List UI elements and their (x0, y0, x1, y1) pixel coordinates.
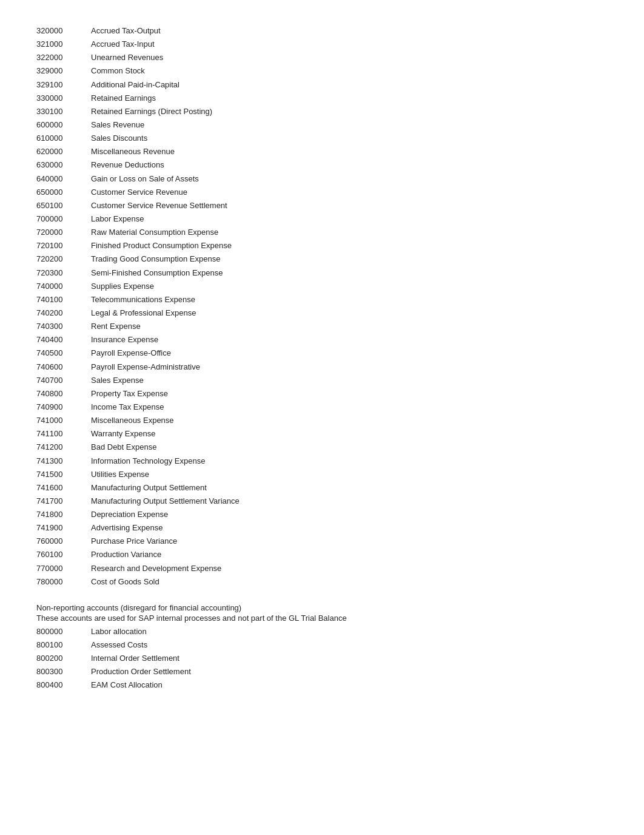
account-name: Accrued Tax-Output (91, 25, 161, 37)
account-row: 740500Payroll Expense-Office (36, 347, 608, 360)
account-name: Sales Discounts (91, 132, 147, 144)
account-code: 780000 (36, 576, 91, 588)
account-code: 800000 (36, 626, 91, 638)
account-row: 741300Information Technology Expense (36, 455, 608, 468)
non-reporting-account-row: 800100Assessed Costs (36, 638, 608, 652)
account-name: Telecommunications Expense (91, 294, 195, 306)
account-code: 630000 (36, 159, 91, 171)
account-name: Income Tax Expense (91, 401, 164, 413)
account-name: Revenue Deductions (91, 159, 164, 171)
account-name: Production Variance (91, 549, 161, 561)
account-row: 330000Retained Earnings (36, 92, 608, 105)
account-code: 741500 (36, 468, 91, 481)
account-code: 740500 (36, 347, 91, 359)
account-row: 741900Advertising Expense (36, 521, 608, 535)
account-row: 600000Sales Revenue (36, 118, 608, 132)
account-name: Assessed Costs (91, 639, 147, 651)
account-row: 741100Warranty Expense (36, 427, 608, 441)
non-reporting-note-2: These accounts are used for SAP internal… (36, 614, 608, 623)
account-row: 640000Gain or Loss on Sale of Assets (36, 172, 608, 186)
account-name: Manufacturing Output Settlement (91, 482, 207, 494)
account-name: Payroll Expense-Administrative (91, 361, 200, 373)
non-reporting-account-row: 800400EAM Cost Allocation (36, 678, 608, 692)
account-name: Retained Earnings (91, 92, 156, 104)
account-code: 741600 (36, 482, 91, 494)
account-code: 760100 (36, 549, 91, 561)
account-code: 720300 (36, 267, 91, 279)
account-name: Payroll Expense-Office (91, 347, 171, 359)
account-name: Rent Expense (91, 320, 141, 333)
account-name: Sales Revenue (91, 119, 144, 131)
account-code: 741800 (36, 509, 91, 521)
account-code: 329100 (36, 79, 91, 91)
account-row: 321000Accrued Tax-Input (36, 38, 608, 51)
account-name: Miscellaneous Revenue (91, 146, 175, 158)
account-row: 320000Accrued Tax-Output (36, 24, 608, 38)
account-name: Raw Material Consumption Expense (91, 226, 218, 238)
account-row: 760100Production Variance (36, 548, 608, 561)
account-name: Customer Service Revenue (91, 186, 187, 198)
account-row: 740400Insurance Expense (36, 333, 608, 347)
account-name: Gain or Loss on Sale of Assets (91, 173, 199, 185)
account-name: Bad Debt Expense (91, 441, 156, 453)
account-name: Finished Product Consumption Expense (91, 240, 232, 252)
account-code: 800400 (36, 679, 91, 691)
account-name: Property Tax Expense (91, 388, 168, 400)
account-row: 329100Additional Paid-in-Capital (36, 78, 608, 92)
account-name: Common Stock (91, 65, 145, 77)
non-reporting-account-row: 800000Labor allocation (36, 625, 608, 638)
account-code: 740000 (36, 280, 91, 292)
account-code: 321000 (36, 38, 91, 50)
account-name: Legal & Professional Expense (91, 307, 196, 319)
account-row: 610000Sales Discounts (36, 132, 608, 145)
account-code: 720200 (36, 253, 91, 265)
account-row: 720100Finished Product Consumption Expen… (36, 239, 608, 252)
account-row: 740000Supplies Expense (36, 280, 608, 293)
account-name: Unearned Revenues (91, 52, 163, 64)
account-name: Sales Expense (91, 374, 144, 387)
account-code: 740400 (36, 334, 91, 346)
account-row: 720000Raw Material Consumption Expense (36, 226, 608, 239)
account-row: 740100Telecommunications Expense (36, 293, 608, 306)
account-code: 770000 (36, 563, 91, 575)
account-name: Advertising Expense (91, 522, 163, 534)
account-name: Internal Order Settlement (91, 652, 179, 664)
account-code: 620000 (36, 146, 91, 158)
account-code: 610000 (36, 132, 91, 144)
account-row: 740900Income Tax Expense (36, 401, 608, 414)
account-code: 741000 (36, 414, 91, 427)
account-code: 740300 (36, 320, 91, 333)
account-code: 740900 (36, 401, 91, 413)
account-name: Utilities Expense (91, 468, 149, 481)
account-code: 720100 (36, 240, 91, 252)
account-code: 741100 (36, 428, 91, 440)
account-code: 740600 (36, 361, 91, 373)
account-code: 329000 (36, 65, 91, 77)
account-row: 741000Miscellaneous Expense (36, 414, 608, 427)
account-code: 720000 (36, 226, 91, 238)
account-code: 740800 (36, 388, 91, 400)
account-row: 740600Payroll Expense-Administrative (36, 360, 608, 374)
non-reporting-account-row: 800200Internal Order Settlement (36, 652, 608, 665)
account-name: Retained Earnings (Direct Posting) (91, 106, 212, 118)
account-name: Cost of Goods Sold (91, 576, 159, 588)
account-name: Additional Paid-in-Capital (91, 79, 179, 91)
account-row: 700000Labor Expense (36, 212, 608, 226)
account-code: 800100 (36, 639, 91, 651)
account-name: Semi-Finished Consumption Expense (91, 267, 223, 279)
account-code: 741900 (36, 522, 91, 534)
account-name: Trading Good Consumption Expense (91, 253, 220, 265)
account-row: 760000Purchase Price Variance (36, 535, 608, 548)
non-reporting-note-1: Non-reporting accounts (disregard for fi… (36, 603, 608, 612)
account-name: Labor Expense (91, 213, 144, 225)
account-row: 741800Depreciation Expense (36, 508, 608, 521)
account-code: 741700 (36, 495, 91, 507)
account-code: 322000 (36, 52, 91, 64)
account-code: 740200 (36, 307, 91, 319)
account-row: 650000Customer Service Revenue (36, 186, 608, 199)
account-row: 650100Customer Service Revenue Settlemen… (36, 199, 608, 212)
account-code: 741300 (36, 455, 91, 467)
account-name: Customer Service Revenue Settlement (91, 200, 227, 212)
account-name: EAM Cost Allocation (91, 679, 163, 691)
account-row: 741600Manufacturing Output Settlement (36, 481, 608, 495)
